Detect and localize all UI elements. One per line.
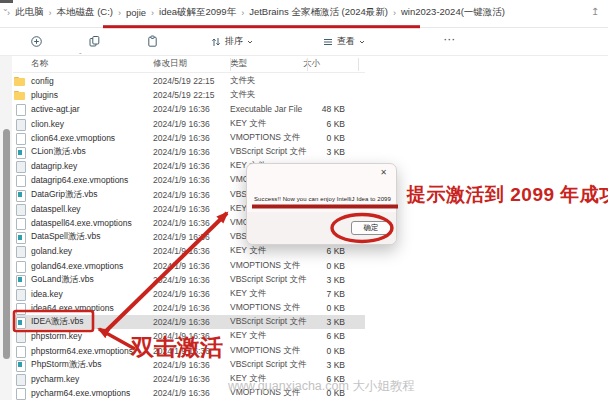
file-type: 文件夹 bbox=[230, 75, 303, 87]
file-name: dataspell.key bbox=[31, 204, 153, 214]
file-name: idea.key bbox=[31, 289, 153, 299]
file-size: 6 KB bbox=[303, 246, 347, 256]
file-type: VBScript Script 文件 bbox=[230, 274, 303, 286]
vmoptions-icon bbox=[14, 174, 26, 186]
vmoptions-icon bbox=[14, 302, 26, 314]
column-header-size[interactable]: 大小 bbox=[303, 58, 347, 70]
table-row[interactable]: IDEA激活.vbs 2024/1/9 16:36 VBScript Scrip… bbox=[13, 315, 365, 329]
file-size: 3 KB bbox=[303, 147, 347, 157]
scrollbar-track[interactable] bbox=[0, 56, 12, 400]
file-name: clion64.exe.vmoptions bbox=[31, 133, 153, 143]
file-type: KEY 文件 bbox=[230, 118, 303, 130]
table-row[interactable]: idea.key 2024/1/9 16:36 KEY 文件 7 KB bbox=[13, 287, 365, 301]
table-row[interactable]: clion64.exe.vmoptions 2024/1/9 16:36 VMO… bbox=[13, 131, 365, 145]
file-date: 2024/1/9 16:36 bbox=[153, 303, 230, 313]
breadcrumb-item[interactable]: idea破解至2099年 bbox=[159, 6, 236, 19]
file-date: 2024/1/9 16:36 bbox=[153, 232, 230, 242]
breadcrumb-item[interactable]: JetBrains 全家桶激活 (2024最新) bbox=[249, 6, 388, 19]
file-date: 2024/1/9 16:36 bbox=[153, 175, 230, 185]
file-date: 2024/1/9 16:36 bbox=[153, 246, 230, 256]
file-size: 48 KB bbox=[303, 104, 347, 114]
chevron-right-icon: › bbox=[241, 8, 244, 18]
file-type: Executable Jar File bbox=[230, 104, 303, 114]
breadcrumb-item[interactable]: win2023-2024(一键激活) bbox=[401, 6, 505, 19]
file-size: 3 KB bbox=[303, 360, 347, 370]
watermark: www.quanxiacha.com 大小姐教程 bbox=[228, 378, 415, 395]
breadcrumb-item[interactable]: 此电脑 bbox=[15, 6, 44, 19]
file-date: 2024/1/9 16:36 bbox=[153, 119, 230, 129]
chevron-down-icon bbox=[246, 38, 254, 46]
table-row[interactable]: goland64.exe.vmoptions 2024/1/9 16:36 VM… bbox=[13, 258, 365, 272]
file-date: 2024/1/9 16:36 bbox=[153, 275, 230, 285]
table-row[interactable]: config 2024/5/19 22:15 文件夹 bbox=[13, 74, 365, 88]
copy-icon bbox=[88, 35, 101, 48]
table-row[interactable]: plugins 2024/5/19 22:15 文件夹 bbox=[13, 88, 365, 102]
file-type: VMOPTIONS 文件 bbox=[230, 302, 303, 314]
file-name: active-agt.jar bbox=[31, 104, 153, 114]
window-edge bbox=[0, 0, 13, 3]
file-date: 2024/1/9 16:36 bbox=[153, 204, 230, 214]
file-name: goland64.exe.vmoptions bbox=[31, 261, 153, 271]
file-name: idea64.exe.vmoptions bbox=[31, 303, 153, 313]
sort-arrows-icon bbox=[210, 36, 222, 48]
more-options-button[interactable]: ··· bbox=[444, 35, 456, 45]
breadcrumb: ›此电脑›本地磁盘 (C:)›pojie›idea破解至2099年›JetBra… bbox=[2, 6, 505, 19]
file-type: VMOPTIONS 文件 bbox=[230, 345, 303, 357]
column-header-row: 名称 修改日期 类型 大小 bbox=[13, 56, 365, 73]
table-row[interactable]: clion.key 2024/1/9 16:36 KEY 文件 6 KB bbox=[13, 117, 365, 131]
file-name: DataSpell激活.vbs bbox=[31, 231, 153, 243]
activation-success-dialog: ✕ Success!! Now you can enjoy IntelliJ I… bbox=[246, 163, 397, 245]
ok-button[interactable]: 确定 bbox=[351, 221, 391, 235]
address-bar-right-icon[interactable]: ↥ bbox=[591, 6, 599, 17]
file-name: datagrip.key bbox=[31, 161, 153, 171]
file-type: KEY 文件 bbox=[230, 245, 303, 257]
new-item-button[interactable] bbox=[30, 35, 43, 48]
table-row[interactable]: GoLand激活.vbs 2024/1/9 16:36 VBScript Scr… bbox=[13, 273, 365, 287]
column-divider bbox=[358, 58, 359, 71]
table-row[interactable]: goland.key 2024/1/9 16:36 KEY 文件 6 KB bbox=[13, 244, 365, 258]
view-lines-icon bbox=[322, 36, 334, 48]
file-date: 2024/1/9 16:36 bbox=[153, 104, 230, 114]
file-type: KEY 文件 bbox=[230, 330, 303, 342]
sort-label: 排序 bbox=[225, 35, 243, 48]
file-type: KEY 文件 bbox=[230, 288, 303, 300]
column-divider bbox=[230, 58, 231, 71]
file-date: 2024/1/9 16:36 bbox=[153, 374, 230, 384]
scrollbar-thumb[interactable] bbox=[3, 129, 10, 359]
file-date: 2024/1/9 16:36 bbox=[153, 147, 230, 157]
success-note-annotation: 提示激活到 2099 年成功 bbox=[407, 182, 608, 208]
breadcrumb-item[interactable]: 本地磁盘 (C:) bbox=[57, 6, 113, 19]
chevron-down-icon bbox=[358, 38, 366, 46]
sort-button[interactable]: 排序 bbox=[210, 35, 254, 48]
copy-button[interactable] bbox=[88, 35, 101, 48]
column-header-date[interactable]: 修改日期 bbox=[153, 58, 230, 70]
vbs-icon bbox=[14, 359, 26, 371]
column-header-type[interactable]: 类型 bbox=[230, 58, 303, 70]
file-name: pycharm.key bbox=[31, 374, 153, 384]
table-row[interactable]: idea64.exe.vmoptions 2024/1/9 16:36 VMOP… bbox=[13, 301, 365, 315]
file-size: 0 KB bbox=[303, 133, 347, 143]
key-icon bbox=[14, 245, 26, 257]
table-row[interactable]: active-agt.jar 2024/1/9 16:36 Executable… bbox=[13, 102, 365, 116]
file-name: DataGrip激活.vbs bbox=[31, 189, 153, 201]
close-icon[interactable]: ✕ bbox=[380, 168, 387, 177]
file-size: 0 KB bbox=[303, 261, 347, 271]
file-date: 2024/1/9 16:36 bbox=[153, 317, 230, 327]
file-type: VBScript Script 文件 bbox=[230, 146, 303, 158]
view-label: 查看 bbox=[337, 35, 355, 48]
chevron-right-icon: › bbox=[151, 8, 154, 18]
table-row[interactable]: CLion激活.vbs 2024/1/9 16:36 VBScript Scri… bbox=[13, 145, 365, 159]
chevron-right-icon: › bbox=[7, 8, 10, 18]
double-click-note-annotation: 双击激活 bbox=[131, 332, 223, 363]
column-header-name[interactable]: 名称 bbox=[31, 58, 153, 70]
explorer-toolbar: 排序 查看 ··· bbox=[0, 28, 608, 56]
sort-ascending-icon: ˆ bbox=[79, 51, 82, 60]
file-name: plugins bbox=[31, 90, 153, 100]
folder-icon bbox=[14, 89, 26, 101]
paste-button[interactable] bbox=[146, 35, 159, 48]
file-name: dataspell64.exe.vmoptions bbox=[31, 218, 153, 228]
file-date: 2024/1/9 16:36 bbox=[153, 261, 230, 271]
vmoptions-icon bbox=[14, 345, 26, 357]
breadcrumb-item[interactable]: pojie bbox=[126, 7, 146, 18]
view-button[interactable]: 查看 bbox=[322, 35, 366, 48]
